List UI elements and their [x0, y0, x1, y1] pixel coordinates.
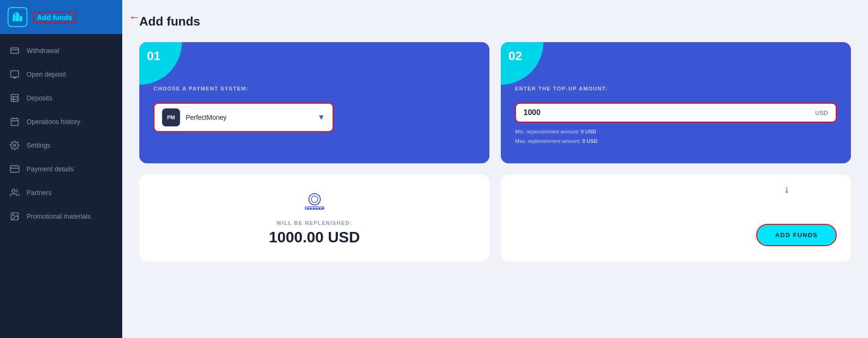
promotional-materials-icon [9, 211, 20, 222]
amount-hints: Min. replenishment amount: 0 USD Max. re… [515, 127, 837, 146]
open-deposit-icon [9, 69, 20, 80]
svg-point-19 [12, 189, 15, 193]
pm-icon: PM [162, 108, 180, 126]
sidebar-item-partners[interactable]: Partners [0, 181, 122, 205]
svg-rect-17 [10, 166, 19, 172]
withdrawal-icon [9, 45, 20, 56]
svg-rect-26 [310, 208, 312, 209]
svg-rect-8 [11, 95, 18, 102]
replenish-amount: 1000.00 USD [269, 229, 360, 246]
payment-select-box[interactable]: PM PerfectMoney ▼ [154, 103, 334, 132]
svg-rect-3 [11, 48, 19, 53]
svg-rect-28 [316, 208, 317, 209]
max-replenishment: Max. replenishment amount: 0 USD [515, 137, 837, 146]
sidebar-item-open-deposit[interactable]: Open deposit [0, 62, 122, 86]
sidebar-item-settings[interactable]: Settings [0, 133, 122, 157]
currency-label: USD [815, 109, 828, 116]
svg-point-23 [311, 196, 318, 203]
payment-details-icon [9, 164, 20, 174]
svg-rect-25 [307, 208, 309, 209]
sidebar-item-withdrawal[interactable]: Withdrawal [0, 39, 122, 62]
amount-input[interactable] [524, 108, 812, 117]
sidebar: Add funds ← Withdrawal Open deposit Depo… [0, 0, 122, 338]
step1-number: 01 [147, 49, 161, 63]
sidebar-item-promotional-materials[interactable]: Promotional materials [0, 205, 122, 228]
page-title: Add funds [139, 14, 851, 29]
step2-corner: 02 [501, 42, 543, 85]
svg-point-16 [14, 144, 16, 147]
step2-card: 02 ENTER THE TOP-UP AMOUNT: → USD Min. r… [501, 42, 851, 163]
active-nav-label: Add funds [33, 11, 76, 23]
replenish-card: WILL BE REPLENISHED: 1000.00 USD [139, 175, 489, 261]
replenish-icon [300, 190, 329, 214]
svg-point-22 [309, 194, 320, 205]
arrow-indicator: ← [129, 10, 140, 24]
settings-icon [9, 140, 20, 151]
step2-number: 02 [508, 49, 522, 63]
chevron-down-icon: ▼ [317, 113, 325, 122]
svg-rect-27 [313, 208, 315, 209]
amount-input-wrapper[interactable]: USD [515, 103, 837, 123]
add-funds-button[interactable]: ADD FUNDS [756, 224, 837, 246]
min-replenishment: Min. replenishment amount: 0 USD [515, 127, 837, 137]
sidebar-header: Add funds ← [0, 0, 122, 34]
svg-rect-30 [321, 208, 323, 209]
sidebar-item-operations-history[interactable]: Operations history [0, 110, 122, 133]
sidebar-nav: Withdrawal Open deposit Deposits Operati… [0, 34, 122, 338]
sidebar-item-payment-details[interactable]: Payment details [0, 157, 122, 181]
svg-point-21 [13, 214, 14, 216]
partners-icon [9, 187, 20, 198]
svg-rect-29 [318, 208, 320, 209]
step1-label: CHOOSE A PAYMENT SYSTEM: [154, 86, 475, 91]
sidebar-item-deposits[interactable]: Deposits [0, 86, 122, 110]
main-content: Add funds 01 CHOOSE A PAYMENT SYSTEM: → … [122, 0, 868, 338]
add-funds-card: ↓ ADD FUNDS [501, 175, 851, 261]
deposits-icon [9, 93, 20, 103]
replenish-label: WILL BE REPLENISHED: [277, 220, 353, 226]
svg-rect-0 [13, 15, 16, 21]
svg-rect-12 [11, 118, 18, 125]
step-cards-row: 01 CHOOSE A PAYMENT SYSTEM: → PM Perfect… [139, 42, 851, 163]
pm-label: PerfectMoney [186, 114, 312, 121]
add-funds-arrow: ↓ [784, 184, 789, 195]
step1-corner: 01 [139, 42, 182, 85]
svg-rect-2 [19, 16, 22, 21]
bottom-cards-row: WILL BE REPLENISHED: 1000.00 USD ↓ ADD F… [139, 175, 851, 261]
svg-rect-5 [11, 71, 19, 77]
step2-label: ENTER THE TOP-UP AMOUNT: [515, 86, 837, 91]
step1-card: 01 CHOOSE A PAYMENT SYSTEM: → PM Perfect… [139, 42, 489, 163]
logo-icon [8, 7, 27, 27]
operations-history-icon [9, 116, 20, 127]
